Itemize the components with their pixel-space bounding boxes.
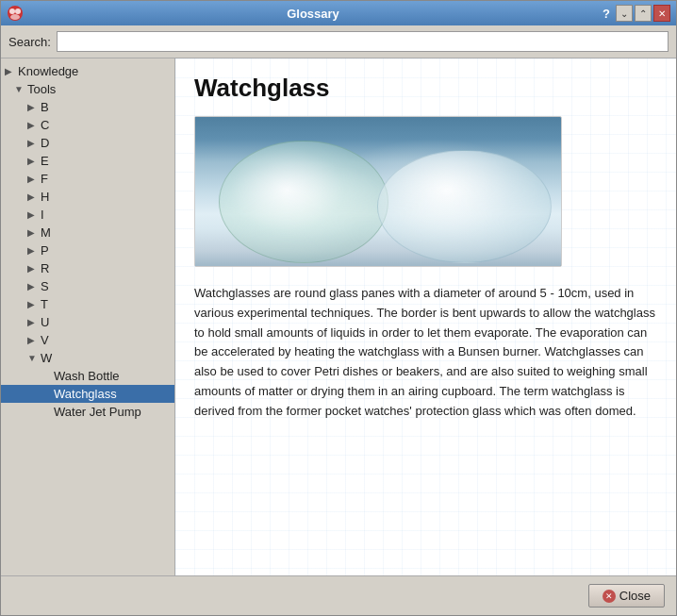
sidebar-item-e[interactable]: ▶ E	[1, 152, 174, 170]
sidebar-item-tools[interactable]: ▼ Tools	[1, 80, 174, 98]
content-image-inner	[195, 117, 561, 266]
tree-arrow-e: ▶	[27, 156, 41, 166]
content-description: Watchglasses are round glass panes with …	[194, 284, 657, 422]
sidebar-label-tools: Tools	[27, 82, 171, 96]
sidebar-item-v[interactable]: ▶ V	[1, 331, 174, 349]
sidebar-label-b: B	[41, 100, 171, 114]
sidebar-label-r: R	[41, 261, 171, 275]
sidebar-label-knowledge: Knowledge	[18, 64, 171, 78]
tree-arrow-r: ▶	[27, 263, 41, 274]
sidebar-item-t[interactable]: ▶ T	[1, 295, 174, 313]
content-title: Watchglass	[194, 74, 657, 103]
restore-button[interactable]: ⌃	[635, 5, 652, 22]
sidebar-label-s: S	[41, 279, 171, 293]
sidebar-label-h: H	[41, 190, 171, 204]
tree-arrow-u: ▶	[27, 317, 41, 327]
title-bar-controls: ? ⌄ ⌃ ✕	[603, 5, 670, 22]
sidebar-label-v: V	[41, 333, 171, 347]
title-bar-left	[7, 5, 24, 22]
sidebar-label-w: W	[41, 351, 171, 365]
sidebar-item-m[interactable]: ▶ M	[1, 224, 174, 241]
tree-arrow-s: ▶	[27, 281, 41, 291]
tree-arrow-d: ▶	[27, 138, 41, 148]
tree-arrow-t: ▶	[27, 299, 41, 309]
sidebar: ▶ Knowledge ▼ Tools ▶ B ▶ C ▶ D	[1, 58, 175, 575]
search-label: Search:	[8, 35, 51, 49]
sidebar-item-u[interactable]: ▶ U	[1, 313, 174, 331]
sidebar-label-e: E	[41, 154, 171, 168]
glass-disc-right	[377, 150, 552, 263]
sidebar-label-water-jet-pump: Water Jet Pump	[54, 405, 171, 419]
sidebar-label-u: U	[41, 315, 171, 329]
tree-arrow-v: ▶	[27, 335, 41, 345]
tree-arrow-m: ▶	[27, 227, 41, 238]
main-area: ▶ Knowledge ▼ Tools ▶ B ▶ C ▶ D	[1, 58, 676, 575]
sidebar-label-p: P	[41, 243, 171, 258]
tree-arrow-f: ▶	[27, 174, 41, 184]
svg-point-3	[10, 14, 20, 20]
svg-point-2	[15, 8, 21, 14]
tree-arrow-p: ▶	[27, 245, 41, 256]
tree-arrow-knowledge: ▶	[5, 66, 18, 76]
sidebar-label-t: T	[41, 297, 171, 311]
app-icon	[7, 5, 24, 22]
sidebar-item-h[interactable]: ▶ H	[1, 188, 174, 206]
tree-arrow-b: ▶	[27, 102, 41, 112]
search-bar: Search:	[1, 25, 676, 58]
content-image	[194, 116, 562, 267]
sidebar-item-i[interactable]: ▶ I	[1, 206, 174, 224]
tree-arrow-tools: ▼	[14, 84, 27, 94]
search-input[interactable]	[57, 31, 669, 52]
help-button[interactable]: ?	[603, 7, 610, 21]
sidebar-label-c: C	[41, 118, 171, 132]
glass-disc-left	[219, 141, 388, 263]
title-bar: Glossary ? ⌄ ⌃ ✕	[1, 1, 676, 25]
window-title: Glossary	[24, 7, 603, 21]
sidebar-item-knowledge[interactable]: ▶ Knowledge	[1, 62, 174, 80]
close-button[interactable]: ✕ Close	[588, 584, 665, 608]
window-close-button[interactable]: ✕	[653, 5, 670, 22]
sidebar-item-watchglass[interactable]: Watchglass	[1, 385, 174, 403]
minimize-button[interactable]: ⌄	[616, 5, 633, 22]
footer: ✕ Close	[1, 575, 676, 615]
tree-arrow-c: ▶	[27, 120, 41, 130]
sidebar-label-watchglass: Watchglass	[54, 387, 171, 401]
sidebar-label-wash-bottle: Wash Bottle	[54, 369, 171, 383]
sidebar-item-w[interactable]: ▼ W	[1, 349, 174, 367]
sidebar-item-p[interactable]: ▶ P	[1, 241, 174, 259]
glossary-window: Glossary ? ⌄ ⌃ ✕ Search: ▶ Knowledge ▼ T…	[0, 0, 677, 616]
sidebar-item-f[interactable]: ▶ F	[1, 170, 174, 188]
sidebar-label-d: D	[41, 136, 171, 150]
tree-arrow-i: ▶	[27, 209, 41, 220]
sidebar-label-f: F	[41, 172, 171, 186]
close-button-label: Close	[619, 589, 651, 603]
sidebar-item-wash-bottle[interactable]: Wash Bottle	[1, 367, 174, 385]
tree-arrow-h: ▶	[27, 191, 41, 202]
sidebar-label-i: I	[41, 208, 171, 222]
tree-arrow-w: ▼	[27, 353, 41, 363]
sidebar-item-b[interactable]: ▶ B	[1, 98, 174, 116]
svg-point-1	[9, 8, 15, 14]
sidebar-item-r[interactable]: ▶ R	[1, 259, 174, 277]
close-button-icon: ✕	[603, 590, 616, 603]
sidebar-item-d[interactable]: ▶ D	[1, 134, 174, 152]
content-area: Watchglass Watchglasses are round glass …	[175, 58, 676, 575]
sidebar-item-s[interactable]: ▶ S	[1, 277, 174, 295]
sidebar-item-c[interactable]: ▶ C	[1, 116, 174, 134]
sidebar-label-m: M	[41, 225, 171, 240]
sidebar-item-water-jet-pump[interactable]: Water Jet Pump	[1, 403, 174, 421]
